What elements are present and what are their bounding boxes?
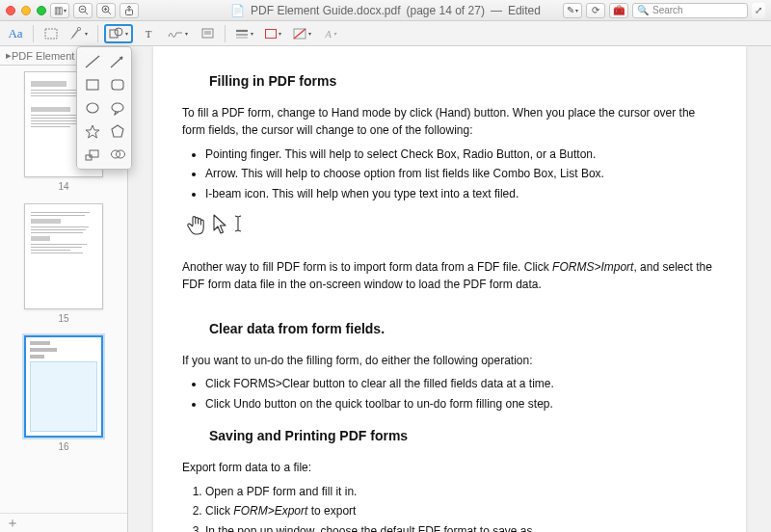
thumbnail-page-16[interactable] — [24, 335, 103, 438]
svg-point-9 — [77, 27, 80, 30]
document-viewport[interactable]: Filling in PDF forms To fill a PDF form,… — [128, 46, 771, 532]
share-button[interactable] — [120, 3, 139, 18]
text-italic: FORMS>Import — [552, 260, 633, 274]
hand-cursor-icon — [186, 213, 205, 245]
text-italic: FORM>Export — [233, 504, 307, 518]
titlebar-right: ✎▾ ⟳ 🧰 🔍 Search ⤢ — [563, 3, 765, 18]
svg-rect-10 — [110, 30, 118, 38]
heading-clear-data: Clear data from form fields. — [209, 319, 717, 340]
expand-button[interactable]: ⤢ — [752, 3, 765, 18]
shape-line[interactable] — [83, 53, 102, 70]
text-tool-button[interactable]: T — [137, 24, 160, 43]
svg-point-24 — [87, 103, 98, 113]
paragraph: Another way to fill PDF form is to impor… — [182, 258, 717, 294]
fill-color-button[interactable]: ▾ — [289, 24, 315, 43]
shape-speech-bubble[interactable] — [108, 99, 127, 117]
document-title: PDF Element Guide.docx.pdf — [251, 4, 400, 17]
svg-line-4 — [108, 12, 111, 14]
list-item: Click FORM>Export to export — [205, 502, 717, 520]
zoom-in-button[interactable] — [96, 3, 116, 18]
svg-point-25 — [112, 103, 123, 112]
window-controls — [6, 6, 46, 15]
thumbnail-label: 15 — [12, 313, 116, 324]
paragraph: If you want to un-do the filling form, d… — [182, 352, 717, 370]
ordered-list: Open a PDF form and fill it in. Click FO… — [205, 483, 717, 532]
text-run: to export — [307, 504, 356, 518]
sidebar-footer: ＋ — [0, 513, 127, 532]
list-item: Pointing finger. This will help to selec… — [205, 146, 717, 164]
search-icon: 🔍 — [637, 5, 649, 15]
arrow-cursor-icon — [211, 213, 226, 245]
svg-line-1 — [85, 12, 88, 14]
add-page-button[interactable]: ＋ — [6, 515, 19, 532]
ibeam-cursor-icon — [232, 213, 244, 245]
sidebar-toggle-button[interactable]: ▥▾ — [50, 3, 69, 18]
instant-alpha-button[interactable]: ▾ — [66, 24, 92, 43]
font-style-button[interactable]: A▾ — [319, 24, 342, 43]
pdf-page: Filling in PDF forms To fill a PDF form,… — [153, 46, 746, 532]
svg-rect-8 — [45, 29, 57, 39]
dash: — — [491, 4, 502, 17]
shape-square[interactable] — [83, 76, 102, 93]
svg-rect-22 — [87, 80, 98, 90]
list-item: In the pop up window, choose the default… — [205, 522, 717, 532]
title-center: 📄 PDF Element Guide.docx.pdf (page 14 of… — [230, 4, 541, 17]
line-style-button[interactable]: ▾ — [231, 24, 257, 43]
heading-saving-printing: Saving and Printing PDF forms — [209, 426, 717, 447]
shape-star[interactable] — [83, 122, 102, 140]
svg-line-21 — [111, 57, 122, 67]
sign-button[interactable]: ▾ — [164, 24, 192, 43]
close-window-button[interactable] — [6, 6, 15, 15]
shapes-popover — [76, 46, 132, 170]
note-button[interactable] — [196, 24, 219, 43]
cursor-icons-illustration — [186, 213, 717, 245]
paragraph: Export form data to a file: — [182, 459, 717, 477]
bullet-list: Pointing finger. This will help to selec… — [205, 146, 717, 203]
search-input[interactable]: 🔍 Search — [632, 3, 748, 18]
bullet-list: Click FORMS>Clear button to clear all th… — [205, 375, 717, 412]
crop-select-button[interactable] — [40, 24, 63, 43]
list-item: Arrow. This will help to choose option f… — [205, 165, 717, 183]
thumbnail-label: 14 — [12, 181, 116, 192]
search-placeholder: Search — [652, 5, 683, 15]
file-icon: 📄 — [230, 4, 245, 17]
text-run: Another way to fill PDF form is to impor… — [182, 260, 552, 274]
titlebar: ▥▾ 📄 PDF Element Guide.docx.pdf (page 14… — [0, 0, 771, 21]
minimize-window-button[interactable] — [21, 6, 31, 15]
shape-oval[interactable] — [83, 99, 102, 117]
svg-line-20 — [86, 56, 99, 67]
shape-arrow[interactable] — [108, 53, 127, 70]
zoom-out-button[interactable] — [73, 3, 93, 18]
svg-point-11 — [115, 28, 122, 36]
svg-rect-26 — [90, 150, 98, 157]
markup-toolbar: Aa ▾ ▾ T ▾ ▾ ▾ ▾ A▾ — [0, 21, 771, 46]
shape-loupe[interactable] — [83, 146, 102, 163]
svg-line-19 — [294, 29, 306, 39]
paragraph: To fill a PDF form, change to Hand mode … — [182, 104, 717, 140]
list-item: Open a PDF form and fill it in. — [205, 483, 717, 501]
page-indicator: (page 14 of 27) — [406, 4, 484, 17]
svg-rect-23 — [112, 80, 123, 90]
list-item: Click FORMS>Clear button to clear all th… — [205, 375, 717, 393]
rotate-button[interactable]: ⟳ — [586, 3, 605, 18]
border-color-button[interactable]: ▾ — [261, 24, 285, 43]
text-run: Click — [205, 504, 233, 518]
heading-filling-forms: Filling in PDF forms — [209, 71, 717, 93]
list-item: Click Undo button on the quick toolbar t… — [205, 395, 717, 413]
thumbnail-label: 16 — [12, 441, 116, 452]
shape-rounded-square[interactable] — [108, 76, 127, 93]
shape-polygon[interactable] — [108, 122, 127, 140]
markup-toolbar-button[interactable]: 🧰 — [609, 3, 628, 18]
fullscreen-window-button[interactable] — [37, 6, 46, 15]
annotate-button[interactable]: ✎▾ — [563, 3, 582, 18]
edited-status: Edited — [508, 4, 541, 17]
thumbnail-page-15[interactable] — [24, 203, 103, 309]
text-style-button[interactable]: Aa — [4, 24, 27, 43]
list-item: I-beam icon. This will help when you typ… — [205, 185, 717, 203]
shapes-button[interactable]: ▾ — [104, 24, 133, 43]
shape-mask[interactable] — [108, 146, 127, 163]
